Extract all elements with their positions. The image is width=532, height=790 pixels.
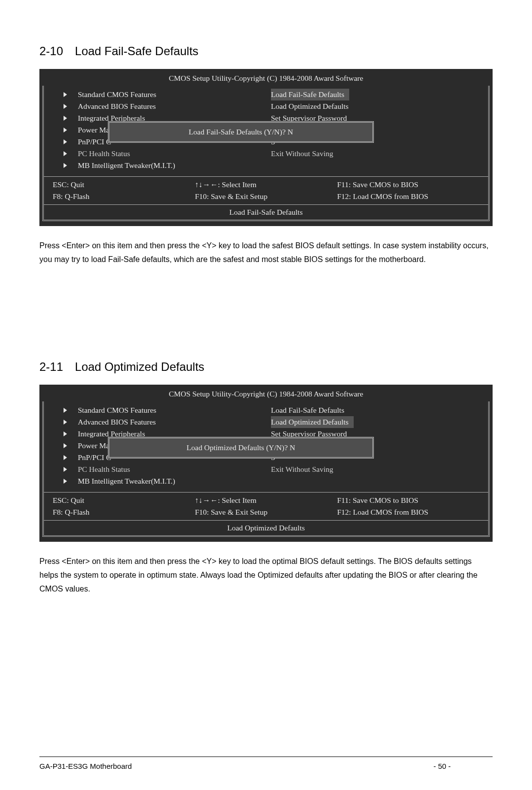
bios-title: CMOS Setup Utility-Copyright (C) 1984-20… [42, 72, 490, 86]
menu-item[interactable]: Load Optimized Defaults [271, 100, 488, 112]
help-esc: ESC: Quit [53, 494, 195, 506]
section-body-210: Press <Enter> on this item and then pres… [39, 239, 493, 266]
triangle-icon [64, 443, 67, 448]
help-arrows: ↑↓→←: Select Item [195, 179, 337, 191]
menu-item[interactable]: Advanced BIOS Features [64, 416, 266, 428]
bios-help-rows: ESC: Quit ↑↓→←: Select Item F11: Save CM… [44, 176, 488, 204]
bios-screenshot-failsafe: CMOS Setup Utility-Copyright (C) 1984-20… [39, 69, 493, 226]
triangle-icon [64, 455, 67, 460]
bios-help-rows: ESC: Quit ↑↓→←: Select Item F11: Save CM… [44, 492, 488, 520]
help-f11: F11: Save CMOS to BIOS [337, 179, 479, 191]
section-body-211: Press <Enter> on this item and then pres… [39, 555, 493, 596]
triangle-icon [64, 92, 67, 97]
help-f10: F10: Save & Exit Setup [195, 191, 337, 202]
confirm-dialog-optimized[interactable]: Load Optimized Defaults (Y/N)? N [108, 437, 374, 459]
help-f8: F8: Q-Flash [53, 191, 195, 202]
page-footer: GA-P31-ES3G Motherboard - 50 - [39, 757, 493, 770]
bios-help-desc: Load Fail-Safe Defaults [44, 204, 488, 220]
menu-item[interactable]: Exit Without Saving [271, 148, 488, 160]
menu-item[interactable]: PC Health Status [64, 148, 266, 160]
menu-item[interactable]: Advanced BIOS Features [64, 100, 266, 112]
menu-item[interactable]: Standard CMOS Features [64, 89, 266, 100]
help-f11: F11: Save CMOS to BIOS [337, 494, 479, 506]
menu-item[interactable]: Load Fail-Safe Defaults [271, 404, 488, 416]
menu-item-selected[interactable]: Load Fail-Safe Defaults [271, 89, 488, 100]
help-f10: F10: Save & Exit Setup [195, 506, 337, 518]
bios-help-desc: Load Optimized Defaults [44, 520, 488, 535]
footer-page-number: - 50 - [433, 762, 493, 770]
footer-product: GA-P31-ES3G Motherboard [39, 762, 433, 770]
section-heading-211: 2-11 Load Optimized Defaults [39, 360, 493, 374]
section-heading-210: 2-10 Load Fail-Safe Defaults [39, 44, 493, 58]
triangle-icon [64, 116, 67, 121]
triangle-icon [64, 128, 67, 132]
confirm-dialog-failsafe[interactable]: Load Fail-Safe Defaults (Y/N)? N [108, 121, 374, 143]
triangle-icon [64, 151, 67, 156]
menu-item[interactable]: Standard CMOS Features [64, 404, 266, 416]
help-f12: F12: Load CMOS from BIOS [337, 191, 479, 202]
bios-title: CMOS Setup Utility-Copyright (C) 1984-20… [42, 388, 490, 401]
triangle-icon [64, 467, 67, 472]
menu-item[interactable]: PC Health Status [64, 463, 266, 475]
help-esc: ESC: Quit [53, 179, 195, 191]
triangle-icon [64, 408, 67, 413]
menu-item[interactable]: MB Intelligent Tweaker(M.I.T.) [64, 160, 266, 171]
menu-item[interactable]: Exit Without Saving [271, 463, 488, 475]
menu-item-selected[interactable]: Load Optimized Defaults [271, 416, 488, 428]
help-arrows: ↑↓→←: Select Item [195, 494, 337, 506]
triangle-icon [64, 479, 67, 484]
triangle-icon [64, 431, 67, 436]
triangle-icon [64, 139, 67, 144]
help-f8: F8: Q-Flash [53, 506, 195, 518]
menu-item[interactable]: MB Intelligent Tweaker(M.I.T.) [64, 475, 266, 487]
bios-screenshot-optimized: CMOS Setup Utility-Copyright (C) 1984-20… [39, 385, 493, 542]
triangle-icon [64, 104, 67, 109]
help-f12: F12: Load CMOS from BIOS [337, 506, 479, 518]
triangle-icon [64, 163, 67, 168]
triangle-icon [64, 420, 67, 425]
